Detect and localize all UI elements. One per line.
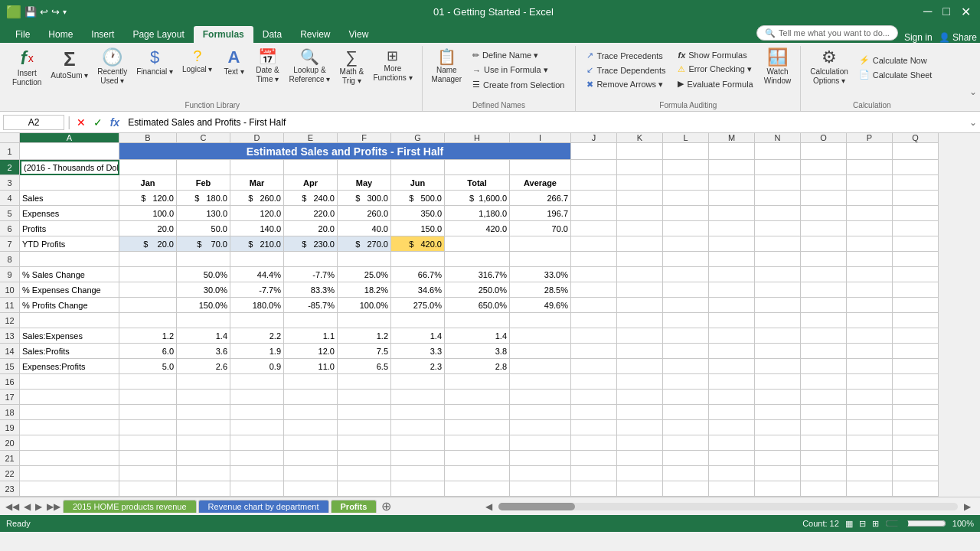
- cell-Q7[interactable]: [893, 236, 939, 252]
- cell-P7[interactable]: [847, 236, 893, 252]
- cell-G14[interactable]: 3.3: [391, 344, 445, 359]
- cell-O12[interactable]: [801, 313, 847, 328]
- cell-A12[interactable]: [20, 313, 119, 328]
- cell-B22[interactable]: [119, 466, 177, 481]
- col-header-I[interactable]: I: [510, 133, 571, 143]
- cell-E4[interactable]: $ 240.0: [284, 191, 338, 206]
- cell-D19[interactable]: [230, 420, 284, 435]
- cell-Q13[interactable]: [893, 328, 939, 344]
- cell-L5[interactable]: [663, 206, 709, 221]
- cell-J22[interactable]: [571, 466, 617, 481]
- minimize-btn[interactable]: ─: [920, 5, 935, 18]
- cell-I4[interactable]: 266.7: [510, 191, 571, 206]
- cell-C9[interactable]: 50.0%: [177, 267, 230, 282]
- cell-H18[interactable]: [445, 405, 510, 420]
- cell-J13[interactable]: [571, 328, 617, 344]
- row-header-10[interactable]: 10: [0, 282, 20, 298]
- cell-H20[interactable]: [445, 435, 510, 451]
- cell-A22[interactable]: [20, 466, 119, 481]
- cell-N2[interactable]: [755, 160, 801, 175]
- cell-K8[interactable]: [617, 252, 663, 267]
- cell-A5[interactable]: Expenses: [20, 206, 119, 221]
- cell-J4[interactable]: [571, 191, 617, 206]
- cell-J16[interactable]: [571, 374, 617, 390]
- cell-P12[interactable]: [847, 313, 893, 328]
- cell-A21[interactable]: [20, 451, 119, 466]
- cell-K16[interactable]: [617, 374, 663, 390]
- cell-B23[interactable]: [119, 481, 177, 497]
- cell-P20[interactable]: [847, 435, 893, 451]
- cell-Q9[interactable]: [893, 267, 939, 282]
- cell-A14[interactable]: Sales:Profits: [20, 344, 119, 359]
- cell-P13[interactable]: [847, 328, 893, 344]
- cell-J9[interactable]: [571, 267, 617, 282]
- cell-B14[interactable]: 6.0: [119, 344, 177, 359]
- cell-L7[interactable]: [663, 236, 709, 252]
- cell-G19[interactable]: [391, 420, 445, 435]
- signin-btn[interactable]: Sign in: [904, 32, 933, 43]
- cell-E6[interactable]: 20.0: [284, 221, 338, 236]
- cell-F17[interactable]: [338, 390, 391, 405]
- cell-E3[interactable]: Apr: [284, 175, 338, 191]
- cell-G22[interactable]: [391, 466, 445, 481]
- cell-B18[interactable]: [119, 405, 177, 420]
- cell-C17[interactable]: [177, 390, 230, 405]
- cell-M5[interactable]: [709, 206, 755, 221]
- cell-D4[interactable]: $ 260.0: [230, 191, 284, 206]
- cell-J5[interactable]: [571, 206, 617, 221]
- lookup-reference-btn[interactable]: 🔍 Lookup &Reference ▾: [286, 46, 333, 86]
- cell-D14[interactable]: 1.9: [230, 344, 284, 359]
- row-header-13[interactable]: 13: [0, 328, 20, 344]
- col-header-K[interactable]: K: [617, 133, 663, 143]
- name-box[interactable]: [3, 115, 64, 130]
- col-header-A[interactable]: A: [20, 133, 119, 143]
- cell-I17[interactable]: [510, 390, 571, 405]
- cell-A13[interactable]: Sales:Expenses: [20, 328, 119, 344]
- cell-O1[interactable]: [801, 143, 847, 160]
- sheet-nav-prev[interactable]: ◀: [21, 501, 33, 512]
- cell-P14[interactable]: [847, 344, 893, 359]
- cell-C11[interactable]: 150.0%: [177, 298, 230, 313]
- cell-M13[interactable]: [709, 328, 755, 344]
- row-header-15[interactable]: 15: [0, 359, 20, 374]
- row-header-11[interactable]: 11: [0, 298, 20, 313]
- cell-E21[interactable]: [284, 451, 338, 466]
- cell-M12[interactable]: [709, 313, 755, 328]
- cell-F15[interactable]: 6.5: [338, 359, 391, 374]
- cell-P9[interactable]: [847, 267, 893, 282]
- date-time-btn[interactable]: 📅 Date &Time ▾: [252, 46, 283, 86]
- calculate-now-btn[interactable]: ⚡ Calculate Now: [854, 54, 937, 67]
- cell-A11[interactable]: % Profits Change: [20, 298, 119, 313]
- row-header-21[interactable]: 21: [0, 451, 20, 466]
- cell-M19[interactable]: [709, 420, 755, 435]
- cell-L11[interactable]: [663, 298, 709, 313]
- cell-F20[interactable]: [338, 435, 391, 451]
- cell-L6[interactable]: [663, 221, 709, 236]
- formula-input[interactable]: [125, 116, 966, 129]
- cell-A8[interactable]: [20, 252, 119, 267]
- cell-L4[interactable]: [663, 191, 709, 206]
- cell-O19[interactable]: [801, 420, 847, 435]
- cell-B6[interactable]: 20.0: [119, 221, 177, 236]
- cell-D12[interactable]: [230, 313, 284, 328]
- cell-I9[interactable]: 33.0%: [510, 267, 571, 282]
- cell-P6[interactable]: [847, 221, 893, 236]
- cell-H11[interactable]: 650.0%: [445, 298, 510, 313]
- row-header-18[interactable]: 18: [0, 405, 20, 420]
- cell-H9[interactable]: 316.7%: [445, 267, 510, 282]
- page-break-btn[interactable]: ⊞: [872, 519, 879, 529]
- cell-H10[interactable]: 250.0%: [445, 282, 510, 298]
- cell-J19[interactable]: [571, 420, 617, 435]
- cell-O5[interactable]: [801, 206, 847, 221]
- col-header-Q[interactable]: Q: [893, 133, 939, 143]
- cell-K15[interactable]: [617, 359, 663, 374]
- cell-F19[interactable]: [338, 420, 391, 435]
- cell-B15[interactable]: 5.0: [119, 359, 177, 374]
- row-header-8[interactable]: 8: [0, 252, 20, 267]
- cell-K11[interactable]: [617, 298, 663, 313]
- cell-D21[interactable]: [230, 451, 284, 466]
- cell-K23[interactable]: [617, 481, 663, 497]
- cell-B13[interactable]: 1.2: [119, 328, 177, 344]
- cell-N15[interactable]: [755, 359, 801, 374]
- cell-D3[interactable]: Mar: [230, 175, 284, 191]
